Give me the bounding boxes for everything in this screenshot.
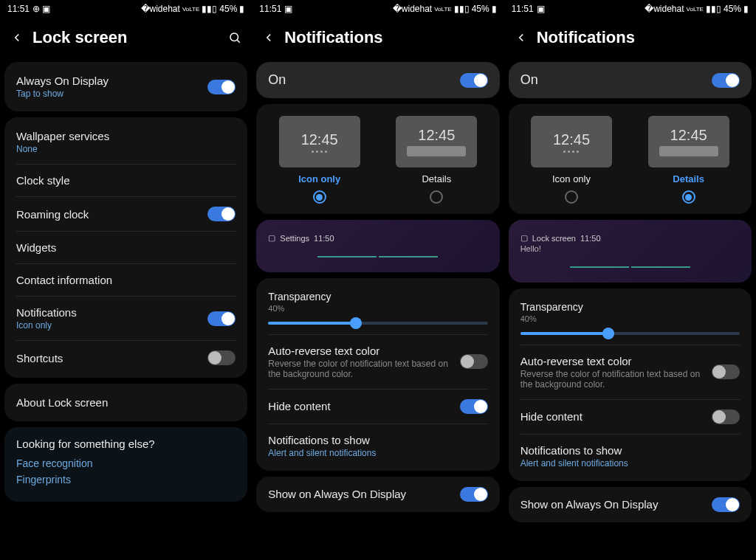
row-transparency[interactable]: Transparency 40%	[268, 281, 487, 335]
preview-time: 12:45	[553, 131, 590, 148]
search-icon[interactable]	[228, 31, 241, 44]
on-label: On	[268, 72, 286, 88]
signal-icon: ▮▮▯	[454, 4, 470, 14]
auto-reverse-toggle[interactable]	[460, 354, 488, 369]
looking-for-else: Looking for something else? Face recogni…	[4, 427, 247, 502]
wallpaper-title: Wallpaper services	[16, 130, 236, 142]
back-icon[interactable]	[10, 31, 24, 44]
icon-only-label: Icon only	[298, 173, 340, 184]
back-icon[interactable]	[262, 31, 275, 44]
battery-icon: ▮	[492, 4, 497, 14]
hide-content-toggle[interactable]	[460, 399, 488, 414]
style-icon-only[interactable]: 12:45 Icon only	[531, 116, 612, 204]
transparency-value: 40%	[268, 304, 487, 313]
auto-reverse-desc: Reverse the color of notification text b…	[268, 359, 459, 379]
battery-pct: 45%	[472, 4, 489, 14]
preview-time: 12:45	[670, 127, 707, 144]
on-toggle[interactable]	[712, 73, 740, 88]
icon-only-radio[interactable]	[565, 190, 578, 204]
wifi-icon: �widehat	[645, 4, 684, 14]
row-wallpaper-services[interactable]: Wallpaper services None	[16, 120, 236, 165]
icon-only-radio[interactable]	[313, 190, 326, 204]
on-toggle-bar[interactable]: On	[256, 62, 499, 98]
notif-subtitle: Icon only	[16, 320, 207, 331]
roaming-title: Roaming clock	[16, 208, 207, 221]
aod-title: Always On Display	[16, 75, 207, 87]
app-icon: ▢	[520, 233, 528, 243]
page-title: Lock screen	[32, 28, 219, 47]
preview-divider	[268, 256, 487, 257]
row-hide-content[interactable]: Hide content	[520, 400, 740, 435]
to-show-title: Notifications to show	[268, 434, 487, 446]
preview-bar-icon	[659, 146, 718, 156]
preview-dots-icon	[312, 151, 327, 153]
page-title: Notifications	[537, 28, 746, 47]
notification-preview: ▢ Settings 11:50	[256, 220, 499, 272]
misc-status-icon: ⊕ ▣	[32, 4, 50, 14]
app-icon: ▢	[268, 233, 275, 243]
row-widgets[interactable]: Widgets	[16, 232, 236, 264]
settings-body: Transparency 40% Auto-reverse text color…	[509, 288, 752, 481]
section-main: Wallpaper services None Clock style Roam…	[4, 117, 247, 378]
transparency-slider[interactable]	[520, 332, 740, 335]
shortcuts-title: Shortcuts	[16, 352, 207, 364]
section-aod: Always On Display Tap to show	[4, 62, 247, 111]
row-clock-style[interactable]: Clock style	[16, 165, 236, 197]
details-radio[interactable]	[682, 190, 695, 204]
to-show-title: Notifications to show	[520, 444, 740, 457]
style-icon-only[interactable]: 12:45 Icon only	[279, 116, 360, 204]
on-toggle-bar[interactable]: On	[509, 62, 752, 98]
notif-toggle[interactable]	[207, 311, 236, 326]
show-on-aod-toggle[interactable]	[712, 497, 740, 512]
preview-time: 12:45	[418, 127, 455, 144]
preview-details: 12:45	[648, 116, 729, 167]
style-details[interactable]: 12:45 Details	[648, 116, 729, 204]
header: Notifications	[252, 18, 504, 62]
preview-line: ▢ Lock screen 11:50	[520, 233, 740, 243]
row-show-on-aod[interactable]: Show on Always On Display	[256, 477, 499, 512]
show-on-aod-title: Show on Always On Display	[268, 488, 406, 500]
preview-app: Lock screen	[532, 234, 576, 243]
notif-title: Notifications	[16, 306, 207, 319]
preview-divider	[520, 266, 740, 268]
link-face-recognition[interactable]: Face recognition	[16, 457, 236, 469]
row-transparency[interactable]: Transparency 40%	[520, 291, 740, 345]
shortcuts-toggle[interactable]	[207, 350, 236, 365]
details-radio[interactable]	[430, 190, 443, 204]
misc-status-icon: ▣	[284, 4, 292, 14]
transparency-slider[interactable]	[268, 322, 487, 325]
style-details[interactable]: 12:45 Details	[396, 116, 477, 204]
row-show-on-aod[interactable]: Show on Always On Display	[509, 487, 752, 522]
to-show-sub: Alert and silent notifications	[268, 448, 487, 458]
auto-reverse-title: Auto-reverse text color	[520, 355, 712, 367]
roaming-toggle[interactable]	[207, 207, 236, 221]
show-on-aod-toggle[interactable]	[460, 487, 488, 502]
aod-toggle[interactable]	[207, 80, 236, 94]
row-auto-reverse[interactable]: Auto-reverse text color Reverse the colo…	[268, 335, 487, 390]
link-fingerprints[interactable]: Fingerprints	[16, 474, 236, 485]
page-title: Notifications	[284, 28, 493, 47]
hide-content-toggle[interactable]	[712, 409, 740, 424]
header: Lock screen	[0, 18, 252, 62]
preview-dots-icon	[563, 151, 579, 153]
auto-reverse-toggle[interactable]	[712, 364, 740, 379]
status-time: 11:51	[259, 4, 281, 14]
row-shortcuts[interactable]: Shortcuts	[16, 341, 236, 375]
row-auto-reverse[interactable]: Auto-reverse text color Reverse the colo…	[520, 345, 740, 400]
transparency-title: Transparency	[520, 301, 740, 313]
row-hide-content[interactable]: Hide content	[268, 390, 487, 424]
back-icon[interactable]	[515, 31, 528, 44]
row-notifications[interactable]: Notifications Icon only	[16, 297, 236, 341]
row-about-lock-screen[interactable]: About Lock screen	[16, 387, 236, 418]
row-notifications-to-show[interactable]: Notifications to show Alert and silent n…	[268, 424, 487, 468]
panel-notifications-icon-only: 11:51 ▣ �widehat VoLTE ▮▮▯ 45% ▮ Notific…	[252, 0, 504, 560]
row-notifications-to-show[interactable]: Notifications to show Alert and silent n…	[520, 435, 740, 478]
on-toggle[interactable]	[460, 73, 488, 88]
clock-title: Clock style	[16, 174, 236, 187]
row-always-on-display[interactable]: Always On Display Tap to show	[16, 65, 236, 108]
to-show-sub: Alert and silent notifications	[520, 458, 740, 469]
row-contact-info[interactable]: Contact information	[16, 264, 236, 297]
row-roaming-clock[interactable]: Roaming clock	[16, 197, 236, 232]
preview-time: 12:45	[301, 131, 338, 148]
preview-details: 12:45	[396, 116, 477, 167]
